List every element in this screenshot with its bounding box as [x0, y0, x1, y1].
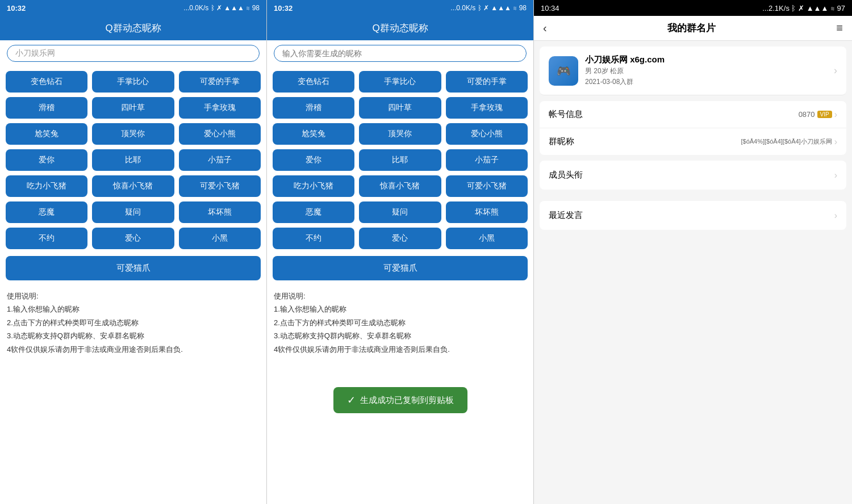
instructions-2: 使用说明:1.输入你想输入的昵称2.点击下方的样式种类即可生成动态昵称3.动态昵… [267, 285, 533, 360]
style-btn[interactable]: 可爱的手掌 [446, 71, 528, 93]
profile-name: 小刀娱乐网 x6g.com [585, 54, 834, 65]
style-grid-2: 变色钻石手掌比心可爱的手掌滑稽四叶草手拿玫瑰尬笑兔顶哭你爱心小熊爱你比耶小茄子吃… [267, 66, 533, 254]
style-btn[interactable]: 比耶 [92, 149, 174, 171]
style-btn[interactable]: 恶魔 [6, 201, 87, 223]
menu-button[interactable]: ≡ [836, 22, 843, 35]
panel-right: 10:34 ...2.1K/s ᛒ ✗ ▲▲▲ ≋ 97 ‹ 我的群名片 ≡ 🎮… [534, 0, 852, 504]
app-header-2: Q群动态昵称 [267, 16, 533, 40]
nickname-label: 群昵称 [549, 136, 574, 147]
page-title: 我的群名片 [667, 22, 716, 35]
back-button[interactable]: ‹ [543, 22, 547, 35]
profile-info: 小刀娱乐网 x6g.com 男 20岁 松原 2021-03-08入群 [585, 54, 834, 87]
style-btn[interactable]: 爱心小熊 [446, 123, 528, 145]
toast: ✓ 生成成功已复制到剪贴板 [333, 387, 467, 413]
style-btn[interactable]: 小黑 [179, 228, 261, 249]
check-icon: ✓ [347, 394, 356, 406]
style-btn[interactable]: 可爱小飞猪 [446, 175, 528, 197]
style-grid-1: 变色钻石手掌比心可爱的手掌滑稽四叶草手拿玫瑰尬笑兔顶哭你爱心小熊爱你比耶小茄子吃… [0, 66, 266, 254]
instruction-line: 2.点击下方的样式种类即可生成动态昵称 [7, 316, 260, 329]
style-btn[interactable]: 恶魔 [273, 201, 354, 223]
style-btn[interactable]: 疑问 [359, 201, 441, 223]
status-icons-1: ...0.0K/s ᛒ ✗ ▲▲▲ ≋ 98 [183, 4, 260, 12]
style-btn[interactable]: 手掌比心 [359, 71, 441, 93]
style-btn[interactable]: 手拿玫瑰 [446, 97, 528, 119]
style-btn[interactable]: 吃力小飞猪 [273, 175, 354, 197]
style-btn[interactable]: 不约 [273, 228, 354, 249]
status-time-1: 10:32 [7, 4, 26, 12]
instruction-line: 1.输入你想输入的昵称 [274, 303, 527, 316]
avatar: 🎮 [549, 56, 578, 86]
search-input-1[interactable] [7, 45, 260, 62]
recent-speech-arrow-icon: › [834, 211, 837, 221]
generate-btn-2[interactable]: 可爱猫爪 [273, 256, 528, 280]
style-btn[interactable]: 小茄子 [179, 149, 261, 171]
style-btn[interactable]: 顶哭你 [359, 123, 441, 145]
vip-badge: VIP [817, 111, 832, 118]
search-bar-2 [267, 40, 533, 66]
nickname-arrow-icon: › [834, 137, 837, 147]
instruction-line: 4软件仅供娱乐请勿用于非法或商业用途否则后果自负. [274, 343, 527, 356]
style-btn[interactable]: 可爱小飞猪 [179, 175, 261, 197]
style-btn[interactable]: 小黑 [446, 228, 528, 249]
status-bar-2: 10:32 ...0.0K/s ᛒ ✗ ▲▲▲ ≋ 98 [267, 0, 533, 16]
style-btn[interactable]: 手掌比心 [92, 71, 174, 93]
status-icons-3: ...2.1K/s ᛒ ✗ ▲▲▲ ≋ 97 [762, 4, 845, 12]
instruction-line: 2.点击下方的样式种类即可生成动态昵称 [274, 316, 527, 329]
instruction-line: 3.动态昵称支持Q群内昵称、安卓群名昵称 [7, 329, 260, 342]
style-btn[interactable]: 不约 [6, 228, 87, 249]
style-btn[interactable]: 变色钻石 [273, 71, 354, 93]
profile-arrow-icon: › [834, 65, 837, 77]
style-btn[interactable]: 四叶草 [359, 97, 441, 119]
style-btn[interactable]: 爱你 [273, 149, 354, 171]
status-icons-2: ...0.0K/s ᛒ ✗ ▲▲▲ ≋ 98 [450, 4, 527, 12]
panel-left: 10:32 ...0.0K/s ᛒ ✗ ▲▲▲ ≋ 98 Q群动态昵称 变色钻石… [0, 0, 267, 504]
member-rank-row[interactable]: 成员头衔 › [540, 161, 846, 190]
style-btn[interactable]: 坏坏熊 [179, 201, 261, 223]
style-btn[interactable]: 爱心小熊 [179, 123, 261, 145]
account-label: 帐号信息 [549, 109, 583, 120]
search-bar-1 [0, 40, 266, 66]
search-input-2[interactable] [274, 45, 527, 62]
style-btn[interactable]: 尬笑兔 [6, 123, 87, 145]
style-btn[interactable]: 小茄子 [446, 149, 528, 171]
generate-btn-1[interactable]: 可爱猫爪 [6, 256, 261, 280]
style-btn[interactable]: 爱心 [92, 228, 174, 249]
profile-card[interactable]: 🎮 小刀娱乐网 x6g.com 男 20岁 松原 2021-03-08入群 › [540, 47, 846, 95]
right-header: ‹ 我的群名片 ≡ [534, 16, 852, 41]
style-btn[interactable]: 四叶草 [92, 97, 174, 119]
profile-join-date: 2021-03-08入群 [585, 77, 834, 87]
member-rank-label: 成员头衔 [549, 170, 583, 180]
style-btn[interactable]: 坏坏熊 [446, 201, 528, 223]
instruction-line: 3.动态昵称支持Q群内昵称、安卓群名昵称 [274, 329, 527, 342]
nickname-row[interactable]: 群昵称 [$óĀ4%][$óĀ4][$óĀ4]小刀娱乐网 › [540, 128, 846, 155]
instruction-line: 1.输入你想输入的昵称 [7, 303, 260, 316]
style-btn[interactable]: 爱你 [6, 149, 87, 171]
profile-gender-age: 男 20岁 松原 [585, 66, 834, 76]
nickname-value: [$óĀ4%][$óĀ4][$óĀ4]小刀娱乐网 › [741, 137, 837, 147]
status-time-2: 10:32 [274, 4, 293, 12]
style-btn[interactable]: 爱心 [359, 228, 441, 249]
member-rank-section: 成员头衔 › [540, 161, 846, 190]
style-btn[interactable]: 惊喜小飞猪 [92, 175, 174, 197]
style-btn[interactable]: 滑稽 [273, 97, 354, 119]
style-btn[interactable]: 疑问 [92, 201, 174, 223]
style-btn[interactable]: 手拿玫瑰 [179, 97, 261, 119]
style-btn[interactable]: 变色钻石 [6, 71, 87, 93]
account-section: 帐号信息 0870 VIP › 群昵称 [$óĀ4%][$óĀ4][$óĀ4]小… [540, 101, 846, 155]
recent-speech-row[interactable]: 最近发言 › [540, 201, 846, 230]
style-btn[interactable]: 比耶 [359, 149, 441, 171]
style-btn[interactable]: 吃力小飞猪 [6, 175, 87, 197]
app-header-1: Q群动态昵称 [0, 16, 266, 40]
style-btn[interactable]: 可爱的手掌 [179, 71, 261, 93]
style-btn[interactable]: 顶哭你 [92, 123, 174, 145]
style-btn[interactable]: 滑稽 [6, 97, 87, 119]
member-rank-arrow-icon: › [834, 170, 837, 180]
instruction-line: 4软件仅供娱乐请勿用于非法或商业用途否则后果自负. [7, 343, 260, 356]
account-info-row[interactable]: 帐号信息 0870 VIP › [540, 101, 846, 128]
style-btn[interactable]: 尬笑兔 [273, 123, 354, 145]
instructions-1: 使用说明:1.输入你想输入的昵称2.点击下方的样式种类即可生成动态昵称3.动态昵… [0, 285, 266, 360]
account-value: 0870 VIP › [799, 110, 837, 120]
instruction-line: 使用说明: [274, 289, 527, 303]
status-bar-1: 10:32 ...0.0K/s ᛒ ✗ ▲▲▲ ≋ 98 [0, 0, 266, 16]
style-btn[interactable]: 惊喜小飞猪 [359, 175, 441, 197]
